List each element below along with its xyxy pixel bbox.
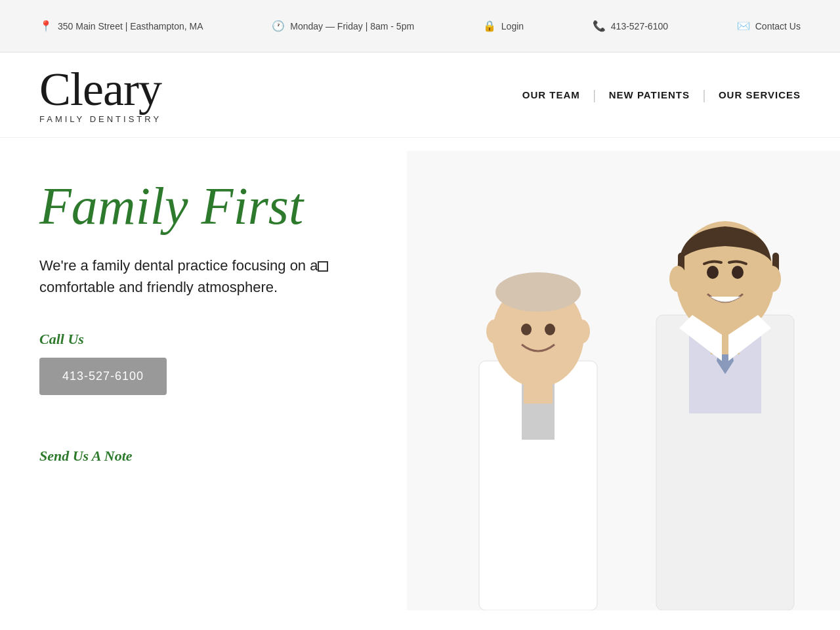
doctors-svg bbox=[407, 151, 840, 610]
nav-our-services[interactable]: OUR SERVICES bbox=[719, 89, 801, 100]
doctors-image bbox=[407, 151, 840, 610]
clock-icon: 🕐 bbox=[272, 20, 285, 32]
email-icon: ✉️ bbox=[737, 20, 750, 32]
logo-subtitle: FAMILY DENTISTRY bbox=[39, 114, 161, 124]
svg-point-5 bbox=[521, 324, 532, 335]
nav-separator-2: | bbox=[703, 87, 705, 102]
location-icon: 📍 bbox=[39, 20, 52, 32]
topbar-items: 📍 350 Main Street | Easthampton, MA 🕐 Mo… bbox=[39, 20, 801, 32]
hours-text: Monday — Friday | 8am - 5pm bbox=[290, 21, 414, 32]
topbar-phone[interactable]: 📞 413-527-6100 bbox=[593, 20, 668, 32]
nav-separator-1: | bbox=[593, 87, 596, 102]
phone-link[interactable]: 413-527-6100 bbox=[611, 21, 668, 32]
svg-point-4 bbox=[495, 272, 581, 312]
svg-point-6 bbox=[545, 324, 555, 335]
svg-point-8 bbox=[574, 320, 590, 343]
svg-point-19 bbox=[764, 266, 781, 292]
topbar-address: 📍 350 Main Street | Easthampton, MA bbox=[39, 20, 203, 32]
address-text: 350 Main Street | Easthampton, MA bbox=[58, 21, 203, 32]
nav-our-team[interactable]: OUR TEAM bbox=[522, 89, 580, 100]
svg-point-7 bbox=[486, 320, 502, 343]
nav-new-patients[interactable]: NEW PATIENTS bbox=[609, 89, 690, 100]
logo-name: Cleary bbox=[39, 66, 161, 113]
svg-point-18 bbox=[669, 266, 686, 292]
phone-button[interactable]: 413-527-6100 bbox=[39, 358, 167, 395]
hero-desc-part2: comfortable and friendly atmosphere. bbox=[39, 279, 278, 295]
checkbox-symbol bbox=[318, 261, 328, 272]
topbar-contact[interactable]: ✉️ Contact Us bbox=[737, 20, 801, 32]
svg-point-17 bbox=[732, 266, 744, 279]
topbar: 📍 350 Main Street | Easthampton, MA 🕐 Mo… bbox=[0, 0, 840, 52]
hero-section: Family First We're a family dental pract… bbox=[0, 138, 840, 532]
contact-link[interactable]: Contact Us bbox=[755, 21, 801, 32]
svg-rect-9 bbox=[524, 377, 553, 404]
logo[interactable]: Cleary FAMILY DENTISTRY bbox=[39, 66, 161, 124]
phone-icon: 📞 bbox=[593, 20, 606, 32]
svg-point-16 bbox=[707, 266, 719, 279]
topbar-hours: 🕐 Monday — Friday | 8am - 5pm bbox=[272, 20, 414, 32]
login-link[interactable]: Login bbox=[501, 21, 524, 32]
hero-desc-part1: We're a family dental practice focusing … bbox=[39, 257, 318, 274]
navbar: Cleary FAMILY DENTISTRY OUR TEAM | NEW P… bbox=[0, 52, 840, 138]
lock-icon: 🔒 bbox=[483, 20, 496, 32]
topbar-login[interactable]: 🔒 Login bbox=[483, 20, 524, 32]
nav-links: OUR TEAM | NEW PATIENTS | OUR SERVICES bbox=[522, 87, 801, 102]
